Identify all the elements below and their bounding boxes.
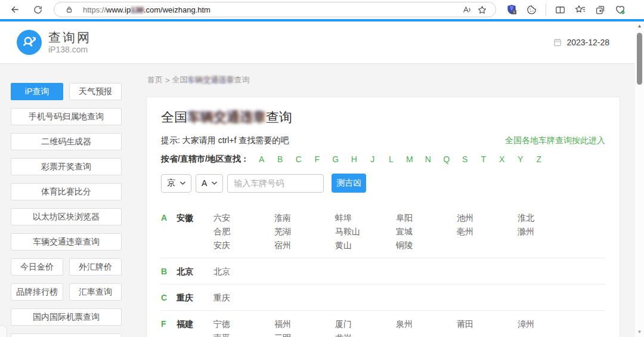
city-link[interactable]: 滁州 <box>518 225 578 239</box>
city-link[interactable]: 泉州 <box>396 317 457 331</box>
scrollbar-down-icon[interactable]: ▼ <box>635 329 644 335</box>
letter-link[interactable]: Y <box>517 154 524 164</box>
sidebar-button[interactable]: 汇率查询 <box>69 283 122 301</box>
region-province[interactable]: 重庆 <box>177 291 213 305</box>
letter-link[interactable]: F <box>314 154 321 164</box>
sidebar-button[interactable] <box>11 333 122 337</box>
city-link[interactable]: 宣城 <box>396 225 457 239</box>
back-icon[interactable] <box>6 2 24 17</box>
luck-test-button[interactable]: 测吉凶 <box>332 174 366 193</box>
city-link[interactable]: 宿州 <box>274 239 335 252</box>
sidebar-button[interactable]: 天气预报 <box>69 83 122 100</box>
sidebar-button[interactable]: 以太坊区块浏览器 <box>11 208 122 225</box>
sidebar-button[interactable]: 彩票开奖查询 <box>11 158 122 175</box>
region-letter: C <box>161 291 177 305</box>
breadcrumb-current: 全国车辆交通违章查询 <box>172 75 250 85</box>
letter-link[interactable]: S <box>462 154 469 164</box>
letter-link[interactable]: Z <box>535 154 543 164</box>
split-screen-icon[interactable] <box>555 4 566 16</box>
url-censored-segment: 138 <box>131 5 144 14</box>
favorites-hub-icon[interactable] <box>574 4 586 16</box>
letter-link[interactable]: H <box>351 154 358 164</box>
scrollbar[interactable]: ▲ ▼ <box>635 21 644 337</box>
refresh-icon[interactable] <box>29 2 47 17</box>
letter-select-value: A <box>202 178 207 188</box>
sidebar-button[interactable]: 品牌排行榜 <box>11 283 63 301</box>
toolbar-divider <box>546 4 546 16</box>
sidebar-button[interactable]: 国内国际机票查询 <box>11 308 122 326</box>
city-link[interactable]: 福州 <box>274 317 335 331</box>
letter-link[interactable]: L <box>388 154 395 164</box>
city-link[interactable]: 安庆 <box>213 239 274 252</box>
letter-link[interactable]: G <box>332 154 339 164</box>
favorite-star-icon[interactable] <box>474 3 490 16</box>
city-link[interactable]: 淮北 <box>518 211 578 225</box>
city-link[interactable]: 重庆 <box>213 291 274 305</box>
adblock-extension-icon[interactable]: 1 <box>506 4 518 16</box>
letter-link[interactable]: Q <box>443 154 450 164</box>
city-link[interactable]: 南平 <box>213 331 274 337</box>
province-select[interactable]: 京 <box>161 174 191 193</box>
floating-widget-edge <box>0 325 7 337</box>
region-province[interactable]: 安徽 <box>177 211 213 252</box>
current-date: 2023-12-28 <box>566 38 609 47</box>
sidebar-button[interactable]: 手机号码归属地查询 <box>11 108 122 125</box>
city-link[interactable]: 漳州 <box>518 317 578 331</box>
address-bar[interactable]: https://www.ip138.com/weizhang.htm <box>54 2 496 17</box>
region-row: C重庆重庆 <box>161 284 605 310</box>
browser-essentials-icon[interactable] <box>614 4 626 16</box>
letter-link[interactable]: C <box>295 154 302 164</box>
sidebar-button[interactable]: iP查询 <box>11 83 63 100</box>
city-link[interactable]: 芜湖 <box>274 225 335 239</box>
city-link[interactable]: 马鞍山 <box>335 225 396 239</box>
region-cities: 北京 <box>213 265 578 279</box>
plate-query-link[interactable]: 全国各地车牌查询按此进入 <box>505 135 605 146</box>
city-link[interactable]: 三明 <box>274 331 335 337</box>
city-link[interactable]: 莆田 <box>457 317 518 331</box>
city-link[interactable]: 黄山 <box>335 239 396 252</box>
city-link[interactable]: 淮南 <box>274 211 335 225</box>
tip-text: 提示: 大家请用 ctrl+f 查找需要的吧 <box>161 135 289 146</box>
city-link[interactable]: 合肥 <box>213 225 274 239</box>
cookie-extension-icon[interactable] <box>526 4 537 16</box>
region-province[interactable]: 福建 <box>177 317 213 337</box>
sidebar-button[interactable]: 外汇牌价 <box>69 258 122 276</box>
letter-select[interactable]: A <box>196 174 223 193</box>
letter-link[interactable]: B <box>277 154 284 164</box>
collections-icon[interactable] <box>595 4 606 16</box>
read-aloud-icon[interactable] <box>459 3 474 16</box>
letter-link[interactable]: X <box>499 154 506 164</box>
sidebar-button[interactable]: 车辆交通违章查询 <box>11 233 122 251</box>
city-link[interactable]: 龙岩 <box>335 331 396 337</box>
city-link[interactable]: 亳州 <box>457 225 518 239</box>
lock-icon[interactable] <box>61 3 77 16</box>
site-logo[interactable]: 查询网 iP138.com <box>17 30 91 55</box>
sidebar-button[interactable]: 二维码生成器 <box>11 133 122 150</box>
date-display: 2023-12-28 <box>553 38 609 47</box>
letter-link[interactable]: A <box>258 154 265 164</box>
region-letter: B <box>161 265 177 279</box>
sidebar-button[interactable]: 今日金价 <box>11 258 63 276</box>
letter-links: ABCFGHJLMNQSTXYZ <box>258 154 543 164</box>
city-link[interactable]: 六安 <box>213 211 274 225</box>
scrollbar-thumb[interactable] <box>637 33 642 85</box>
extension-badge-count: 1 <box>513 10 515 14</box>
city-link[interactable]: 池州 <box>457 211 518 225</box>
plate-number-input[interactable] <box>227 174 324 193</box>
letter-link[interactable]: N <box>425 154 432 164</box>
city-link[interactable]: 厦门 <box>335 317 396 331</box>
letter-link[interactable]: J <box>369 154 376 164</box>
city-link[interactable]: 宁德 <box>213 317 274 331</box>
region-province[interactable]: 北京 <box>177 265 213 279</box>
letter-link[interactable]: M <box>406 154 413 164</box>
breadcrumb-home[interactable]: 首页 <box>147 75 163 85</box>
letter-link[interactable]: T <box>480 154 487 164</box>
city-link[interactable]: 阜阳 <box>396 211 457 225</box>
url-host: www.ip <box>106 5 131 14</box>
city-link[interactable]: 铜陵 <box>396 239 457 252</box>
city-link[interactable]: 北京 <box>213 265 274 279</box>
city-link[interactable]: 蚌埠 <box>335 211 396 225</box>
scrollbar-up-icon[interactable]: ▲ <box>635 23 644 29</box>
query-card: 全国车辆交通违章查询 提示: 大家请用 ctrl+f 查找需要的吧 全国各地车牌… <box>146 97 620 337</box>
sidebar-button[interactable]: 体育比赛比分 <box>11 183 122 200</box>
